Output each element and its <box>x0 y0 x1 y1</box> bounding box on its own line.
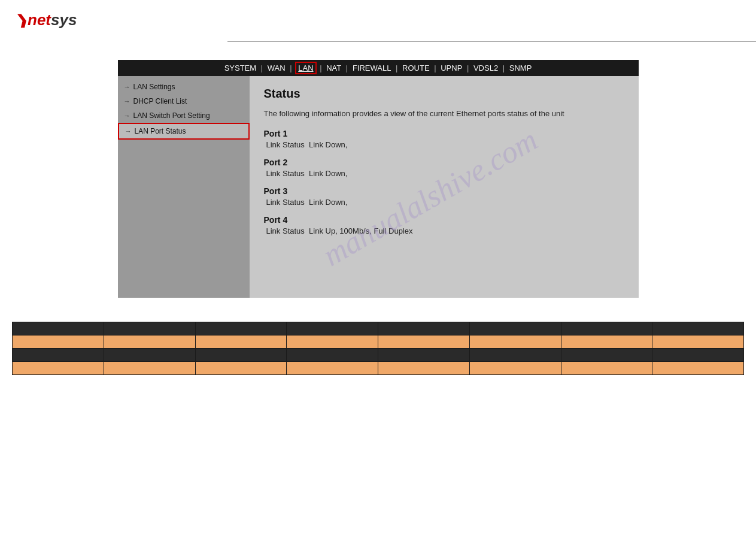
table-cell <box>195 362 287 375</box>
arrow-icon-lan-settings: → <box>124 83 130 90</box>
nav-wan[interactable]: WAN <box>266 64 287 72</box>
table-cell <box>195 349 287 362</box>
nav-bar: SYSTEM | WAN | LAN | NAT | FIREWALL | RO… <box>118 60 639 76</box>
table-cell <box>195 335 287 349</box>
port-3-title: Port 3 <box>264 186 624 196</box>
table-cell <box>104 349 195 362</box>
port-3-status-label: Link Status <box>266 198 305 207</box>
port-4-status-value: Link Up, 100Mb/s, Full Duplex <box>309 226 412 235</box>
table-cell <box>469 362 561 375</box>
port-2-section: Port 2 Link Status Link Down, <box>264 158 624 178</box>
port-1-section: Port 1 Link Status Link Down, <box>264 129 624 149</box>
sidebar-label-lan-settings: LAN Settings <box>133 83 175 91</box>
table-cell <box>378 349 470 362</box>
sidebar-item-lan-port-status[interactable]: → LAN Port Status <box>118 123 250 140</box>
page-title: Status <box>264 87 624 101</box>
sidebar-item-dhcp-client-list[interactable]: → DHCP Client List <box>118 94 250 108</box>
sidebar-label-switch: LAN Switch Port Setting <box>133 111 210 120</box>
sidebar: → LAN Settings → DHCP Client List → LAN … <box>118 76 250 298</box>
table-cell <box>561 362 652 375</box>
table-row <box>13 322 744 335</box>
port-2-title: Port 2 <box>264 158 624 167</box>
table-cell <box>561 322 652 335</box>
content-description: The following information provides a vie… <box>264 109 624 118</box>
nav-nat[interactable]: NAT <box>325 64 342 72</box>
nav-route[interactable]: ROUTE <box>401 64 431 72</box>
port-3-status-value: Link Down, <box>309 198 347 207</box>
table-cell <box>469 335 561 349</box>
logo-sys: sys <box>51 11 77 29</box>
sidebar-label-port-status: LAN Port Status <box>135 127 186 135</box>
bottom-table-wrapper <box>12 322 744 375</box>
table-row <box>13 335 744 349</box>
table-cell <box>287 362 378 375</box>
table-cell <box>104 335 195 349</box>
port-3-section: Port 3 Link Status Link Down, <box>264 186 624 207</box>
table-cell <box>13 349 104 362</box>
port-4-status: Link Status Link Up, 100Mb/s, Full Duple… <box>264 226 624 235</box>
logo-arrow-icon: ❰ <box>18 13 29 28</box>
content-area: → LAN Settings → DHCP Client List → LAN … <box>118 76 639 298</box>
table-cell <box>652 362 744 375</box>
table-cell <box>469 349 561 362</box>
nav-lan[interactable]: LAN <box>295 62 316 74</box>
table-cell <box>561 349 652 362</box>
header: ❰ netsys <box>0 0 756 35</box>
nav-snmp[interactable]: SNMP <box>508 64 533 72</box>
table-cell <box>652 349 744 362</box>
arrow-icon-dhcp: → <box>124 98 130 105</box>
table-cell <box>469 322 561 335</box>
table-cell <box>378 322 470 335</box>
table-cell <box>104 322 195 335</box>
table-row <box>13 362 744 375</box>
port-2-status: Link Status Link Down, <box>264 169 624 178</box>
port-1-title: Port 1 <box>264 129 624 138</box>
port-1-status-label: Link Status <box>266 140 305 149</box>
router-ui: manualalshive.com SYSTEM | WAN | LAN | N… <box>118 60 639 298</box>
bottom-table <box>12 322 744 375</box>
sidebar-label-dhcp: DHCP Client List <box>133 97 187 105</box>
table-cell <box>378 362 470 375</box>
table-cell <box>287 335 378 349</box>
table-cell <box>13 362 104 375</box>
sidebar-item-lan-settings[interactable]: → LAN Settings <box>118 80 250 94</box>
logo: ❰ netsys <box>18 11 738 29</box>
port-1-status-value: Link Down, <box>309 140 347 149</box>
sidebar-item-lan-switch-port[interactable]: → LAN Switch Port Setting <box>118 108 250 123</box>
table-cell <box>104 362 195 375</box>
arrow-icon-switch: → <box>124 112 130 119</box>
table-cell <box>287 349 378 362</box>
nav-firewall[interactable]: FIREWALL <box>351 64 393 72</box>
nav-upnp[interactable]: UPNP <box>439 64 463 72</box>
table-cell <box>13 335 104 349</box>
table-cell <box>561 335 652 349</box>
nav-system[interactable]: SYSTEM <box>223 64 257 72</box>
port-1-status: Link Status Link Down, <box>264 140 624 149</box>
port-2-status-label: Link Status <box>266 169 305 178</box>
port-4-title: Port 4 <box>264 215 624 225</box>
port-4-status-label: Link Status <box>266 226 305 235</box>
nav-vdsl2[interactable]: VDSL2 <box>472 64 499 72</box>
table-cell <box>652 322 744 335</box>
port-2-status-value: Link Down, <box>309 169 347 178</box>
table-cell <box>378 335 470 349</box>
table-row <box>13 349 744 362</box>
table-cell <box>195 322 287 335</box>
table-cell <box>287 322 378 335</box>
arrow-icon-port-status: → <box>125 128 132 135</box>
port-3-status: Link Status Link Down, <box>264 198 624 207</box>
table-cell <box>13 322 104 335</box>
port-4-section: Port 4 Link Status Link Up, 100Mb/s, Ful… <box>264 215 624 235</box>
logo-net: net <box>28 11 51 29</box>
table-cell <box>652 335 744 349</box>
main-wrapper: manualalshive.com SYSTEM | WAN | LAN | N… <box>0 42 756 310</box>
main-content: Status The following information provide… <box>250 76 639 298</box>
